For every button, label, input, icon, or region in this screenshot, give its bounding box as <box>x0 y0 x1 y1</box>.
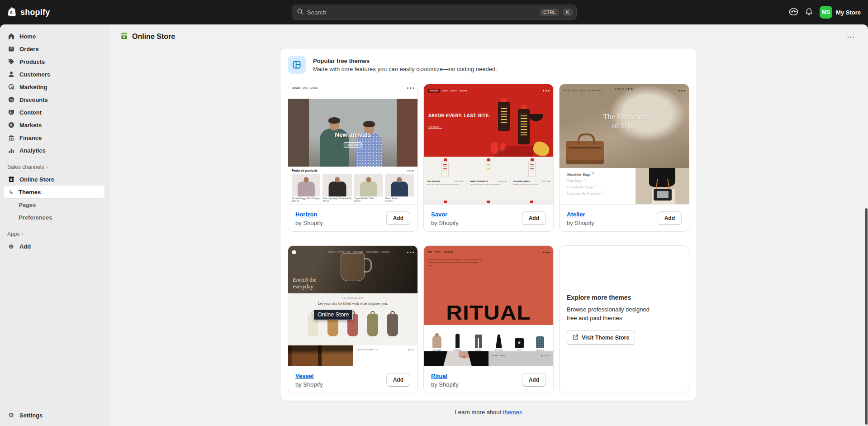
visit-theme-store-button[interactable]: Visit Theme Store <box>567 330 635 345</box>
apps-header[interactable]: Apps › <box>4 231 104 237</box>
product-cell: Michael Shaggy Wool Cardigan $200.00 <box>292 174 320 202</box>
account-menu[interactable]: MS My Store <box>820 6 861 19</box>
theme-author: by Shopify <box>295 220 323 226</box>
sidekick-button[interactable] <box>789 7 798 18</box>
sidebar-item-preferences[interactable]: Preferences <box>4 211 104 224</box>
sidebar-item-label: Markets <box>19 122 42 129</box>
bottle-body <box>518 109 530 144</box>
hero-title-line1: The Elements <box>560 112 689 121</box>
figure <box>360 182 377 196</box>
product-price: $82.50 <box>408 349 414 366</box>
product-name: THE ORIGINAL <box>427 180 440 182</box>
add-theme-button[interactable]: Add <box>522 211 546 225</box>
sidebar-item-orders[interactable]: Orders <box>4 43 104 55</box>
sidebar-item-content[interactable]: Content <box>4 106 104 119</box>
category-count: 13 <box>592 172 594 174</box>
plus-circle-icon: ⊕ <box>7 243 15 250</box>
preview-nav: SAVOR SHOP ABOUT RECIPES <box>424 87 553 94</box>
themes-doc-link[interactable]: themes <box>503 409 522 416</box>
media-icon <box>7 109 15 116</box>
sidebar-item-label: Analytics <box>19 147 46 154</box>
preview-nav-icons <box>678 90 685 91</box>
sidebar-item-settings[interactable]: ⚙ Settings <box>4 409 105 421</box>
tag-icon <box>7 58 15 66</box>
sidebar-item-online-store[interactable]: Online Store <box>4 173 104 186</box>
add-theme-button[interactable]: Add <box>386 373 410 387</box>
category-cell: KNITWEAR <box>427 328 447 351</box>
discount-icon: % <box>7 96 15 104</box>
product-image <box>323 174 352 196</box>
theme-card-footer: Horizon by Shopify Add <box>288 204 417 231</box>
theme-card-ritual: NEW TOPS BOTTOMS Fashion for the wild at… <box>423 245 554 393</box>
theme-name-link[interactable]: Vessel <box>295 373 314 379</box>
add-theme-button[interactable]: Add <box>658 211 682 225</box>
product-name: ROSE LL. BAG <box>492 355 505 366</box>
product-price: $53.00 <box>354 200 383 202</box>
globe-dollar-icon: $ <box>7 121 15 129</box>
preview-nav: Horizon Shop Contact <box>288 84 417 91</box>
handbag <box>654 189 672 201</box>
clothing-item <box>475 335 482 348</box>
chevron-right-icon: › <box>46 164 48 170</box>
sidebar-item-markets[interactable]: $ Markets <box>4 119 104 131</box>
theme-card-footer: Savor by Shopify Add <box>424 204 553 231</box>
hero-title: New arrivals <box>288 131 417 138</box>
theme-card-horizon: Horizon Shop Contact <box>288 84 418 232</box>
theme-preview-atelier: NEW IN BAGS SHOP ACCESSORIES ATELIER The… <box>560 84 689 204</box>
preview-nav: NEW TOPS BOTTOMS <box>424 249 553 256</box>
home-icon <box>7 33 15 40</box>
theme-card-footer: Atelier by Shopify Add <box>560 204 689 231</box>
preview-nav-link: ACCESSORIES <box>588 90 602 91</box>
theme-author: by Shopify <box>431 381 459 388</box>
sidebar-item-marketing[interactable]: Marketing <box>4 81 104 93</box>
sales-channels-header[interactable]: Sales channels › <box>4 164 104 170</box>
product-price: $195.00 <box>385 200 414 202</box>
search-input[interactable]: Search CTRL K <box>292 5 577 20</box>
topbar: S shopify Search CTRL K MS My Store <box>0 0 868 24</box>
product-row: THE ORIGINAL$9.49 CAD Bold, fresh and fi… <box>424 157 553 201</box>
app-body: Home Orders Products Customers Marketing… <box>0 24 868 426</box>
product-name: Striped Waffle LS Tee <box>354 197 383 200</box>
section-subtitle: Made with core features you can easily c… <box>313 66 497 72</box>
sidebar-item-label: Marketing <box>19 84 47 91</box>
theme-name-link[interactable]: Horizon <box>295 211 317 218</box>
product-image <box>441 158 449 177</box>
sidebar-item-discounts[interactable]: % Discounts <box>4 93 104 106</box>
carafe <box>341 253 365 281</box>
theme-author: by Shopify <box>567 220 594 226</box>
sidebar: Home Orders Products Customers Marketing… <box>0 24 109 426</box>
sidebar-item-label: Settings <box>19 412 43 419</box>
theme-name-link[interactable]: Savor <box>431 211 447 218</box>
wood-photo <box>288 345 353 366</box>
vertical-scrollbar[interactable] <box>865 208 868 425</box>
product-price: $200.00 <box>292 200 320 202</box>
sidebar-item-customers[interactable]: Customers <box>4 68 104 81</box>
sidebar-item-pages[interactable]: Pages <box>4 198 104 211</box>
add-theme-button[interactable]: Add <box>522 373 546 387</box>
sidebar-item-themes[interactable]: ↳ Themes <box>4 186 104 198</box>
product-image <box>485 158 492 177</box>
theme-name-link[interactable]: Ritual <box>431 373 447 379</box>
add-theme-button[interactable]: Add <box>386 211 410 225</box>
product-desc: The perfect hit of tropical brightness <box>470 183 507 186</box>
product-name: Denim Jacket <box>385 197 414 200</box>
sidebar-item-analytics[interactable]: Analytics <box>4 144 104 157</box>
lower-section: ROSE LL. BAG $8,500.00 <box>424 351 553 366</box>
preview-nav-link: NEW IN <box>328 251 335 253</box>
hero-title-em: Enrich <box>293 277 308 283</box>
popular-themes-header: Popular free themes Made with core featu… <box>288 56 689 74</box>
sidebar-item-add-app[interactable]: ⊕ Add <box>4 240 104 253</box>
bestsellers-section: OUR BESTSELLERS Let your day be filled w… <box>288 293 417 345</box>
sidebar-item-finance[interactable]: Finance <box>4 131 104 144</box>
hero-image: NEW TOPS BOTTOMS Fashion for the wild at… <box>424 246 553 325</box>
theme-name-link[interactable]: Atelier <box>567 211 585 218</box>
sidebar-item-home[interactable]: Home <box>4 30 104 43</box>
product-cell: ROASTED GARLIC$9.49 CAD Made for the gar… <box>511 157 553 201</box>
notifications-button[interactable] <box>805 7 813 18</box>
figure <box>391 182 408 196</box>
search-placeholder: Search <box>307 9 536 16</box>
sidebar-item-products[interactable]: Products <box>4 55 104 68</box>
preview-nav-icons <box>543 252 550 253</box>
sidebar-item-label: Customers <box>19 71 50 78</box>
page-more-button[interactable]: ⋯ <box>844 31 857 42</box>
